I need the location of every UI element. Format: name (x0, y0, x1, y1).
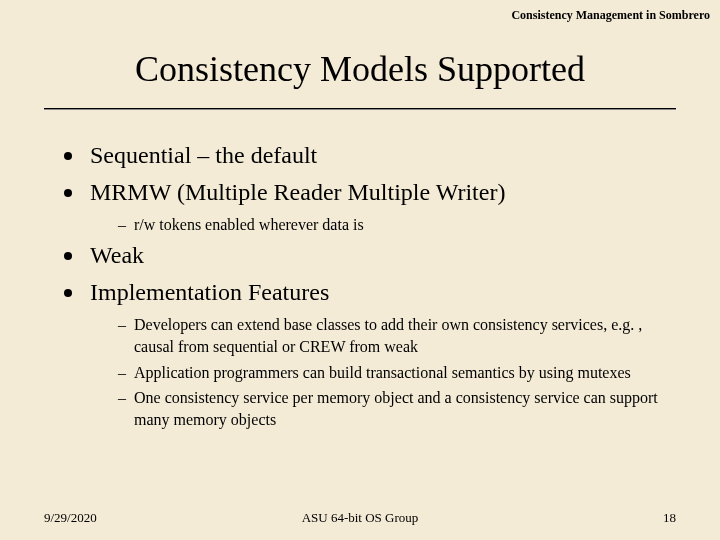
dash-icon: – (118, 387, 126, 409)
title-rule (44, 108, 676, 110)
bullet-item: MRMW (Multiple Reader Multiple Writer) (64, 177, 680, 208)
slide-title: Consistency Models Supported (0, 48, 720, 90)
bullet-icon (64, 252, 72, 260)
slide: Consistency Management in Sombrero Consi… (0, 0, 720, 540)
sub-bullet-text: r/w tokens enabled wherever data is (134, 214, 364, 236)
bullet-item: Sequential – the default (64, 140, 680, 171)
bullet-text: Implementation Features (90, 277, 329, 308)
sub-bullet-item: – Developers can extend base classes to … (118, 314, 680, 357)
sub-bullet-item: – One consistency service per memory obj… (118, 387, 680, 430)
dash-icon: – (118, 214, 126, 236)
dash-icon: – (118, 362, 126, 384)
sub-bullet-text: One consistency service per memory objec… (134, 387, 680, 430)
footer: 9/29/2020 ASU 64-bit OS Group 18 (44, 510, 676, 526)
bullet-item: Implementation Features (64, 277, 680, 308)
bullet-icon (64, 189, 72, 197)
sub-bullet-text: Developers can extend base classes to ad… (134, 314, 680, 357)
footer-group: ASU 64-bit OS Group (44, 510, 676, 526)
footer-page-number: 18 (663, 510, 676, 526)
sub-bullet-text: Application programmers can build transa… (134, 362, 631, 384)
dash-icon: – (118, 314, 126, 336)
footer-date: 9/29/2020 (44, 510, 97, 526)
bullet-text: Weak (90, 240, 144, 271)
content-body: Sequential – the default MRMW (Multiple … (64, 140, 680, 434)
bullet-text: MRMW (Multiple Reader Multiple Writer) (90, 177, 505, 208)
bullet-icon (64, 152, 72, 160)
bullet-item: Weak (64, 240, 680, 271)
bullet-text: Sequential – the default (90, 140, 317, 171)
bullet-icon (64, 289, 72, 297)
sub-bullet-item: – Application programmers can build tran… (118, 362, 680, 384)
sub-bullet-item: – r/w tokens enabled wherever data is (118, 214, 680, 236)
running-header: Consistency Management in Sombrero (511, 8, 710, 23)
